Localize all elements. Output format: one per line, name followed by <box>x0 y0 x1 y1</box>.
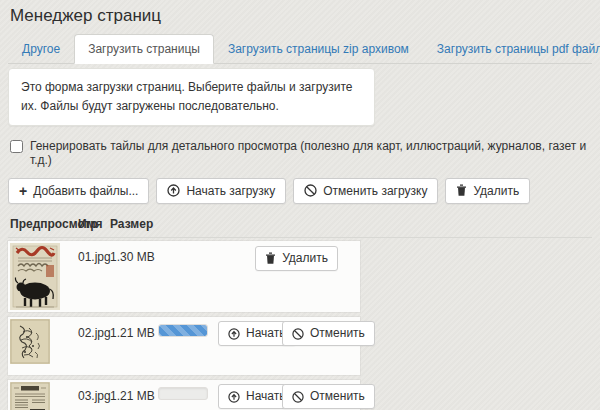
upload-toolbar: + Добавить файлы... Начать загрузку Отме… <box>8 178 592 205</box>
cancel-upload-label: Отменить загрузку <box>323 183 427 200</box>
add-files-button[interactable]: + Добавить файлы... <box>8 178 149 205</box>
tab-bar: Другое Загрузить страницы Загрузить стра… <box>8 34 592 64</box>
add-files-label: Добавить файлы... <box>33 183 138 200</box>
upload-icon <box>167 184 180 197</box>
start-upload-button[interactable]: Начать загрузку <box>156 178 286 205</box>
file-size: 1.21 MB <box>110 326 155 340</box>
generate-tiles-checkbox[interactable] <box>10 140 23 153</box>
file-thumbnail-sketch <box>10 319 50 364</box>
row-cancel-button[interactable]: Отменить <box>282 321 375 346</box>
plus-icon: + <box>19 186 27 196</box>
ban-icon <box>304 184 317 197</box>
row-start-label: Начать <box>246 388 286 405</box>
ban-icon <box>292 328 304 340</box>
column-header-size: Размер <box>110 217 153 231</box>
column-header-name: Имя <box>78 217 110 231</box>
delete-button[interactable]: Удалить <box>445 178 530 205</box>
table-row: 03.jpg 1.21 MB Начать Отменить <box>8 380 360 410</box>
info-text: Это форма загрузки страниц. Выберите фай… <box>21 80 352 113</box>
row-cancel-label: Отменить <box>310 325 365 342</box>
file-thumbnail-newspaper-bull <box>10 243 60 310</box>
tab-upload-pages[interactable]: Загрузить страницы <box>74 34 214 64</box>
tab-upload-zip[interactable]: Загрузить страницы zip архивом <box>214 34 423 64</box>
info-box: Это форма загрузки страниц. Выберите фай… <box>8 68 375 125</box>
upload-progress-bar <box>158 324 208 337</box>
generate-tiles-option: Генерировать тайлы для детального просмо… <box>10 139 592 167</box>
delete-label: Удалить <box>473 183 519 200</box>
row-delete-button[interactable]: Удалить <box>255 246 338 271</box>
table-header: Предпросмотр Имя Размер <box>8 217 592 238</box>
ban-icon <box>292 391 304 403</box>
row-delete-label: Удалить <box>282 250 328 267</box>
file-name: 03.jpg <box>78 389 111 403</box>
file-list: 01.jpg 1.30 MB Удалить 02.jpg 1.21 MB <box>8 241 360 410</box>
upload-icon <box>228 328 240 340</box>
row-cancel-label: Отменить <box>310 388 365 405</box>
generate-tiles-label: Генерировать тайлы для детального просмо… <box>30 139 592 167</box>
trash-icon <box>265 252 276 265</box>
file-name: 02.jpg <box>78 326 111 340</box>
file-thumbnail-newspaper <box>10 382 50 410</box>
page-title: Менеджер страниц <box>10 6 600 26</box>
row-cancel-button[interactable]: Отменить <box>282 384 375 409</box>
file-name: 01.jpg <box>78 250 111 264</box>
column-header-preview: Предпросмотр <box>10 217 78 231</box>
row-start-label: Начать <box>246 325 286 342</box>
trash-icon <box>456 184 467 197</box>
tab-other[interactable]: Другое <box>8 34 74 64</box>
file-size: 1.30 MB <box>110 250 155 264</box>
upload-progress-fill <box>159 325 207 336</box>
table-row: 01.jpg 1.30 MB Удалить <box>8 241 360 312</box>
file-size: 1.21 MB <box>110 389 155 403</box>
tab-upload-pdf[interactable]: Загрузить страницы pdf файлом <box>423 34 600 64</box>
cancel-upload-button[interactable]: Отменить загрузку <box>293 178 438 205</box>
table-row: 02.jpg 1.21 MB Начать Отменить <box>8 317 360 375</box>
start-upload-label: Начать загрузку <box>186 183 275 200</box>
upload-progress-bar <box>158 387 208 400</box>
upload-icon <box>228 391 240 403</box>
